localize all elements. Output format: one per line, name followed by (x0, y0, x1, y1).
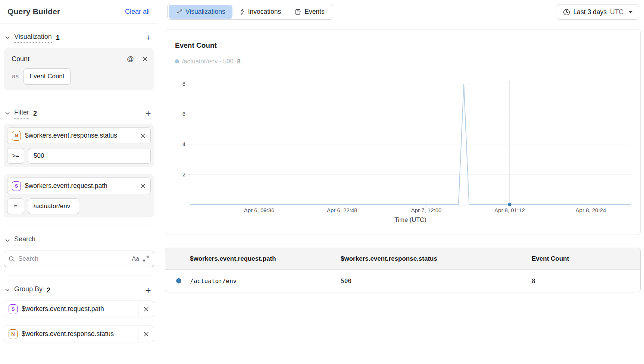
results-table: $workers.event.request.path $workers.eve… (165, 248, 641, 292)
series-color-dot (176, 278, 181, 283)
section-divider (4, 99, 154, 99)
remove-filter-icon[interactable] (135, 178, 150, 194)
filter-field-row: S $workers.event.request.path (7, 178, 151, 194)
search-input[interactable] (18, 255, 128, 263)
group-by-count: 2 (47, 286, 50, 294)
group-by-field-row: S $workers.event.request.path (4, 301, 154, 317)
svg-text:Apr 8, 20:24: Apr 8, 20:24 (576, 207, 606, 213)
group-by-field-name: $workers.event.request.path (22, 305, 104, 313)
svg-text:4: 4 (182, 141, 185, 147)
view-tabs: Visualizations Invocations Events (167, 4, 333, 20)
tab-label: Invocations (248, 8, 281, 16)
chevron-down-icon[interactable] (4, 238, 10, 244)
search-section-label[interactable]: Search (14, 235, 35, 245)
visualization-section-label[interactable]: Visualization (14, 33, 52, 43)
table-row[interactable]: /actuator/env 500 8 (165, 270, 640, 292)
cell-response-status: 500 (341, 277, 532, 285)
time-range-selector[interactable]: Last 3 days UTC (557, 4, 639, 20)
chevron-down-icon[interactable] (4, 35, 10, 41)
filter-card: S $workers.event.request.path = (4, 174, 154, 217)
filter-value-input[interactable] (28, 198, 79, 214)
filter-field-row: N $workers.event.response.status (7, 127, 151, 144)
visualization-section: Visualization 1 + Count @ as Event Count (0, 32, 158, 99)
svg-text:Apr 7, 12:00: Apr 7, 12:00 (411, 207, 442, 213)
metric-alias-field[interactable]: Event Count (24, 68, 71, 85)
filter-section-label[interactable]: Filter (14, 109, 29, 119)
chevron-down-icon[interactable] (4, 110, 10, 116)
time-range-label: Last 3 days (573, 8, 607, 16)
add-group-by-button[interactable]: + (143, 285, 153, 295)
table-header-row: $workers.event.request.path $workers.eve… (165, 248, 640, 270)
filter-operator-select[interactable]: = (7, 198, 24, 214)
string-type-badge: S (9, 304, 18, 314)
chart-title: Event Count (175, 41, 640, 50)
timezone-label: UTC (610, 8, 623, 16)
query-builder-sidebar: Query Builder Clear all Visualization 1 … (0, 0, 158, 364)
filter-section: Filter 2 + N $workers.event.response.sta… (0, 108, 158, 226)
search-icon (9, 256, 15, 262)
visualization-count: 1 (56, 34, 60, 42)
tab-events[interactable]: Events (288, 5, 332, 19)
filter-count: 2 (33, 110, 37, 117)
svg-text:8: 8 (182, 81, 185, 87)
time-series-chart[interactable]: 2468Apr 6, 09:36Apr 6, 22:48Apr 7, 12:00… (165, 74, 641, 235)
close-icon[interactable] (142, 56, 148, 62)
chevron-down-icon (628, 11, 633, 13)
number-type-badge: N (12, 131, 21, 141)
filter-field-select[interactable]: S $workers.event.request.path (7, 178, 135, 194)
remove-group-by-icon[interactable] (138, 301, 154, 317)
search-section: Search Aa * (0, 235, 158, 276)
clear-all-button[interactable]: Clear all (125, 8, 150, 16)
legend-series-value: 8 (237, 58, 241, 65)
clock-icon (563, 9, 570, 16)
chevron-down-icon[interactable] (4, 287, 10, 293)
svg-text:Apr 8, 01:12: Apr 8, 01:12 (494, 207, 525, 213)
section-divider (4, 351, 154, 351)
cell-request-path: /actuator/env (165, 277, 341, 285)
lightning-icon (240, 9, 245, 15)
add-visualization-button[interactable]: + (143, 32, 153, 43)
cell-event-count: 8 (532, 277, 640, 285)
legend-dot-icon (175, 59, 179, 63)
number-type-badge: N (9, 329, 18, 339)
event-count-chart-card: Event Count /actuator/env · 500 8 2468Ap… (165, 29, 641, 235)
legend-series-name: /actuator/env · 500 (182, 58, 234, 65)
column-header-event-count[interactable]: Event Count (532, 255, 640, 263)
svg-text:Time (UTC): Time (UTC) (394, 216, 426, 223)
svg-text:2: 2 (182, 171, 185, 178)
event-log-icon (295, 9, 301, 15)
remove-group-by-icon[interactable] (138, 326, 154, 342)
section-divider (4, 226, 154, 226)
filter-field-select[interactable]: N $workers.event.response.status (7, 128, 135, 144)
group-by-field-row: N $workers.event.response.status (4, 326, 154, 342)
tab-label: Events (304, 8, 325, 16)
remove-filter-icon[interactable] (135, 128, 150, 144)
group-by-section-label[interactable]: Group By (14, 285, 43, 295)
filter-card: N $workers.event.response.status >= (4, 124, 154, 167)
metric-name[interactable]: Count (12, 55, 29, 63)
as-label: as (12, 73, 19, 80)
group-by-field-select[interactable]: S $workers.event.request.path (4, 301, 138, 317)
tab-label: Visualizations (185, 8, 225, 16)
regex-icon[interactable]: * (143, 255, 149, 262)
section-divider (4, 276, 154, 276)
match-case-icon[interactable]: Aa (132, 255, 139, 262)
group-by-section: Group By 2 + S $workers.event.request.pa… (0, 285, 158, 351)
line-chart-icon (176, 9, 182, 15)
search-box: Aa * (4, 251, 154, 267)
svg-text:Apr 6, 22:48: Apr 6, 22:48 (327, 207, 357, 213)
visualization-card: Count @ as Event Count (4, 48, 154, 90)
tab-visualizations[interactable]: Visualizations (169, 5, 232, 19)
column-header-request-path[interactable]: $workers.event.request.path (165, 255, 341, 263)
filter-field-name: $workers.event.response.status (25, 132, 117, 139)
svg-text:6: 6 (182, 111, 185, 117)
string-type-badge: S (12, 181, 21, 191)
filter-operator-select[interactable]: >= (7, 148, 24, 164)
filter-value-input[interactable] (28, 148, 151, 164)
column-header-response-status[interactable]: $workers.event.response.status (341, 255, 532, 263)
at-icon[interactable]: @ (127, 55, 134, 63)
tab-invocations[interactable]: Invocations (232, 5, 288, 19)
add-filter-button[interactable]: + (143, 108, 153, 119)
group-by-field-select[interactable]: N $workers.event.response.status (4, 326, 138, 342)
chart-legend[interactable]: /actuator/env · 500 8 (175, 58, 640, 65)
